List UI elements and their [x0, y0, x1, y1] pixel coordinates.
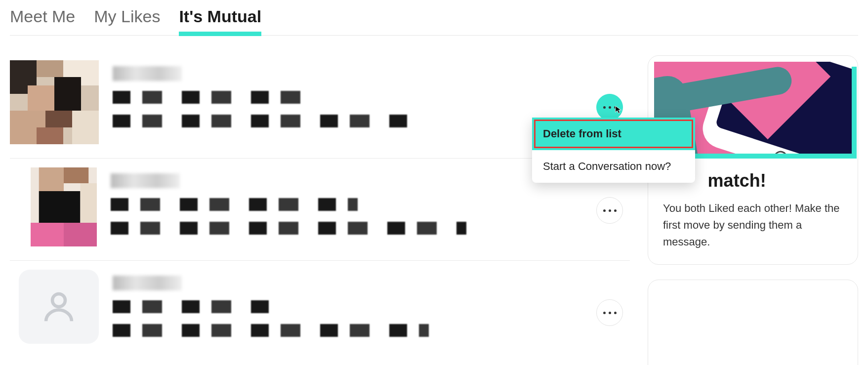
tab-meet-me[interactable]: Meet Me	[10, 7, 75, 35]
tab-its-mutual[interactable]: It's Mutual	[179, 7, 261, 35]
more-options-button[interactable]	[596, 197, 623, 224]
tab-my-likes[interactable]: My Likes	[94, 7, 160, 35]
redacted-line	[111, 198, 358, 211]
redacted-line	[113, 300, 271, 313]
more-options-button[interactable]	[596, 299, 623, 326]
pixelated-photo	[31, 167, 97, 246]
list-item: Delete from list Start a Conversation no…	[10, 55, 630, 159]
svg-rect-5	[54, 77, 81, 111]
svg-rect-7	[45, 111, 72, 127]
avatar[interactable]	[31, 167, 97, 246]
svg-rect-15	[64, 223, 97, 246]
redacted-line	[111, 222, 466, 235]
pixelated-photo	[10, 60, 99, 144]
options-dropdown: Delete from list Start a Conversation no…	[532, 118, 695, 183]
avatar-placeholder[interactable]	[19, 270, 99, 344]
list-item-info	[113, 270, 627, 348]
sidebar: It's a match! You both Liked each other!…	[648, 55, 858, 365]
sidebar-empty-card	[648, 280, 858, 365]
svg-rect-14	[31, 223, 64, 246]
svg-rect-4	[28, 85, 54, 111]
svg-point-17	[52, 294, 65, 307]
cursor-icon	[615, 105, 623, 114]
svg-rect-9	[37, 127, 63, 144]
svg-rect-13	[39, 191, 81, 223]
content-area: Delete from list Start a Conversation no…	[10, 55, 858, 365]
redacted-line	[113, 324, 429, 337]
svg-rect-12	[64, 167, 88, 183]
redacted-name	[113, 276, 182, 290]
list-item	[10, 261, 630, 362]
dropdown-start-conversation[interactable]: Start a Conversation now?	[532, 150, 695, 183]
svg-rect-11	[39, 167, 64, 191]
redacted-line	[113, 115, 409, 127]
redacted-name	[111, 173, 180, 188]
svg-rect-8	[72, 111, 99, 144]
dropdown-delete-from-list[interactable]: Delete from list	[532, 118, 695, 150]
tabs-bar: Meet Me My Likes It's Mutual	[10, 0, 858, 36]
more-options-button[interactable]	[596, 94, 623, 121]
svg-rect-16	[81, 183, 97, 223]
user-icon	[40, 287, 78, 326]
redacted-name	[113, 66, 182, 81]
match-card-text: You both Liked each other! Make the firs…	[663, 200, 843, 250]
mutual-list: Delete from list Start a Conversation no…	[10, 55, 630, 365]
avatar[interactable]	[10, 60, 99, 144]
svg-rect-2	[37, 60, 63, 77]
redacted-line	[113, 91, 310, 104]
